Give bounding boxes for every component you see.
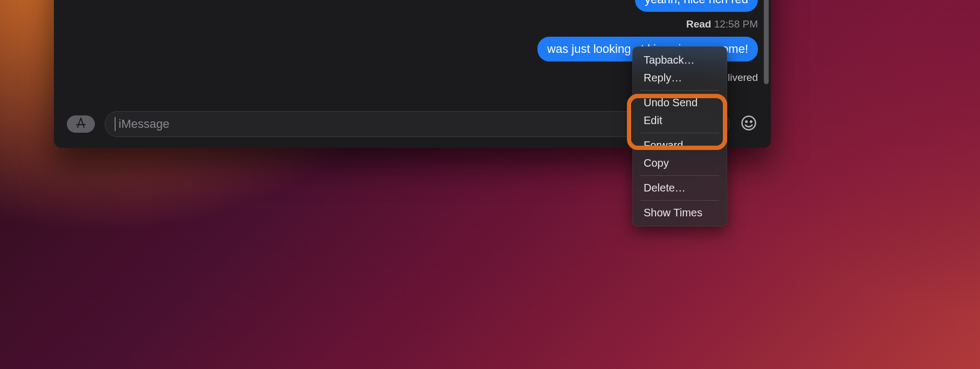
- message-bubble[interactable]: yeahh, nice rich red: [635, 0, 758, 12]
- menu-item-undo-send[interactable]: Undo Send: [633, 94, 727, 112]
- menu-separator: [640, 133, 719, 133]
- menu-item-edit[interactable]: Edit: [633, 112, 727, 129]
- menu-separator: [640, 175, 719, 176]
- read-label: Read: [686, 18, 711, 30]
- svg-point-1: [746, 121, 747, 122]
- menu-item-delete[interactable]: Delete…: [633, 179, 727, 197]
- menu-item-reply[interactable]: Reply…: [633, 69, 727, 87]
- menu-separator: [640, 200, 719, 201]
- apps-button[interactable]: [67, 115, 95, 133]
- menu-item-show-times[interactable]: Show Times: [633, 204, 727, 222]
- menu-item-tapback[interactable]: Tapback…: [633, 51, 727, 69]
- menu-separator: [640, 90, 719, 91]
- menu-item-forward[interactable]: Forward…: [633, 136, 727, 154]
- message-context-menu: Tapback… Reply… Undo Send Edit Forward… …: [632, 46, 727, 227]
- read-time: 12:58 PM: [714, 18, 758, 30]
- app-store-icon: [74, 117, 87, 132]
- menu-item-copy[interactable]: Copy: [633, 154, 727, 172]
- text-cursor: [115, 117, 115, 131]
- smiley-icon: [741, 115, 757, 133]
- svg-point-0: [742, 117, 756, 130]
- read-receipt: Read 12:58 PM: [686, 18, 758, 30]
- scrollbar-thumb[interactable]: [764, 0, 769, 84]
- svg-point-2: [750, 121, 752, 122]
- emoji-picker-button[interactable]: [740, 115, 758, 133]
- compose-placeholder: iMessage: [119, 117, 169, 131]
